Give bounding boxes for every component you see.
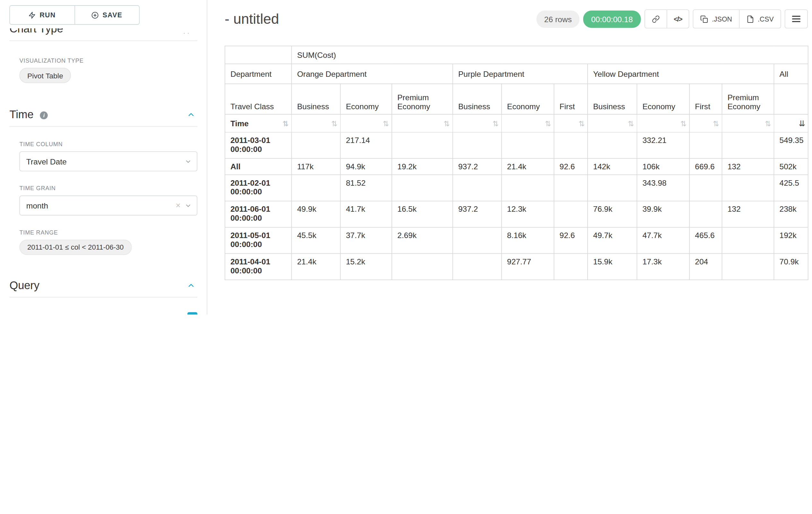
pivot-cell: 549.35	[774, 132, 808, 158]
visualization-type-label: VISUALIZATION TYPE	[20, 57, 197, 63]
chart-title[interactable]: - untitled	[225, 11, 279, 27]
more-options-button[interactable]	[785, 10, 808, 28]
pivot-cell	[453, 253, 502, 280]
pivot-sort-cell: ⇅	[453, 114, 502, 132]
pivot-row-label: 2011-05-01 00:00:00	[225, 227, 292, 254]
control-panel: RUN SAVE Chart Type ·· VISUALIZATION TYP…	[0, 0, 207, 315]
superset-explore-view: RUN SAVE Chart Type ·· VISUALIZATION TYP…	[0, 0, 812, 315]
sort-icon[interactable]: ⇅	[713, 119, 719, 127]
time-column-select[interactable]: Travel Date	[20, 151, 197, 171]
query-section-header[interactable]: Query	[9, 279, 197, 297]
pivot-row-label: 2011-03-01 00:00:00	[225, 132, 292, 158]
visualization-type-value[interactable]: Pivot Table	[20, 68, 71, 83]
clear-icon[interactable]: ×	[176, 201, 180, 210]
sort-icon[interactable]: ⇅	[331, 119, 337, 127]
sort-icon[interactable]: ⇅	[283, 119, 289, 127]
info-icon: i	[40, 111, 48, 119]
pivot-table-row: 2011-04-01 00:00:0021.4k15.2k927.7715.9k…	[225, 253, 808, 280]
pivot-cell	[722, 132, 774, 158]
sort-icon[interactable]: ⇅	[579, 119, 585, 127]
metrics-label: METRICS	[20, 314, 48, 315]
pivot-cell	[291, 132, 340, 158]
pivot-cell: 238k	[774, 201, 808, 227]
chart-type-section-header[interactable]: Chart Type ··	[9, 28, 197, 41]
pivot-cell	[554, 201, 588, 227]
pivot-travel-class-header: Economy	[341, 84, 392, 114]
pivot-travel-class-header: Economy	[502, 84, 554, 114]
chevron-up-icon[interactable]	[187, 110, 195, 119]
pivot-cell	[453, 175, 502, 201]
pivot-cell: 142k	[588, 158, 637, 175]
pivot-travel-class-header: Premium Economy	[392, 84, 453, 114]
pivot-sort-cell: ⇅	[502, 114, 554, 132]
pivot-cell: 37.7k	[341, 227, 392, 254]
copy-link-button[interactable]	[645, 10, 666, 28]
pivot-cell	[588, 175, 637, 201]
pivot-cell: 217.14	[341, 132, 392, 158]
chart-panel: - untitled 26 rows 00:00:00.18 </> .JSON	[207, 0, 812, 315]
pivot-table-row: 2011-05-01 00:00:0045.5k37.7k2.69k8.16k9…	[225, 227, 808, 254]
pivot-cell: 8.16k	[502, 227, 554, 254]
pivot-cell: 19.2k	[392, 158, 453, 175]
menu-button-group	[785, 9, 808, 28]
sort-icon[interactable]: ⇅	[443, 119, 450, 127]
pivot-cell: 132	[722, 201, 774, 227]
pivot-cell: 106k	[637, 158, 690, 175]
pivot-cell: 92.6	[554, 227, 588, 254]
pivot-row-dimension-label: Time⇅	[225, 114, 292, 132]
save-button[interactable]: SAVE	[74, 6, 139, 24]
pivot-row-label: 2011-06-01 00:00:00	[225, 201, 292, 227]
pivot-cell: 937.2	[453, 201, 502, 227]
chart-type-heading: Chart Type	[9, 28, 197, 35]
time-section-header[interactable]: Time i	[9, 108, 197, 127]
pivot-cell: 15.2k	[341, 253, 392, 280]
pivot-cell	[554, 253, 588, 280]
pivot-cell	[554, 132, 588, 158]
add-metric-button[interactable]: +	[187, 312, 197, 315]
view-query-button[interactable]: </>	[666, 10, 689, 28]
time-grain-select[interactable]: month ×	[20, 196, 197, 216]
pivot-all-column-header: All	[774, 64, 808, 84]
sort-icon[interactable]: ⇅	[680, 119, 687, 127]
time-range-label: TIME RANGE	[20, 229, 197, 236]
pivot-cell	[453, 227, 502, 254]
pivot-travel-class-header	[774, 84, 808, 114]
pivot-row-label: All	[225, 158, 292, 175]
sort-icon[interactable]: ⇅	[765, 119, 771, 127]
sort-icon[interactable]: ⇅	[628, 119, 634, 127]
query-timer-badge: 00:00:00.18	[583, 10, 641, 28]
pivot-cell	[502, 132, 554, 158]
export-csv-label: .CSV	[758, 15, 774, 23]
pivot-cell: 21.4k	[502, 158, 554, 175]
pivot-cell	[588, 132, 637, 158]
time-range-value[interactable]: 2011-01-01 ≤ col < 2011-06-30	[20, 240, 132, 255]
pivot-department-header: Yellow Department	[588, 64, 774, 84]
pivot-table-row: All117k94.9k19.2k937.221.4k92.6142k106k6…	[225, 158, 808, 175]
sort-icon[interactable]: ⇅	[545, 119, 551, 127]
sort-icon[interactable]: ⇅	[383, 119, 389, 127]
pivot-cell: 45.5k	[291, 227, 340, 254]
pivot-sort-cell: ⇅	[637, 114, 690, 132]
pivot-metric-header: SUM(Cost)	[291, 46, 808, 64]
export-json-button[interactable]: .JSON	[694, 10, 739, 28]
pivot-travel-class-header: Business	[588, 84, 637, 114]
sort-icon-active[interactable]: ⇊	[799, 119, 805, 127]
pivot-cell: 343.98	[637, 175, 690, 201]
chevron-down-icon	[185, 202, 192, 209]
pivot-cell: 81.52	[341, 175, 392, 201]
run-button[interactable]: RUN	[10, 6, 74, 24]
sort-icon[interactable]: ⇅	[492, 119, 498, 127]
export-button-group: .JSON .CSV	[693, 9, 781, 28]
chevron-up-icon[interactable]	[187, 281, 195, 290]
clipped-caret-icon: ··	[183, 28, 191, 37]
pivot-travel-class-header: Business	[291, 84, 340, 114]
pivot-cell: 17.3k	[637, 253, 690, 280]
pivot-travel-class-header: First	[689, 84, 722, 114]
pivot-travel-class-header: Premium Economy	[722, 84, 774, 114]
pivot-department-header: Orange Department	[291, 64, 453, 84]
pivot-cell	[502, 175, 554, 201]
pivot-table-container: SUM(Cost)DepartmentOrange DepartmentPurp…	[225, 46, 808, 280]
pivot-cell: 21.4k	[291, 253, 340, 280]
export-csv-button[interactable]: .CSV	[739, 10, 781, 28]
chevron-down-icon	[185, 158, 192, 165]
